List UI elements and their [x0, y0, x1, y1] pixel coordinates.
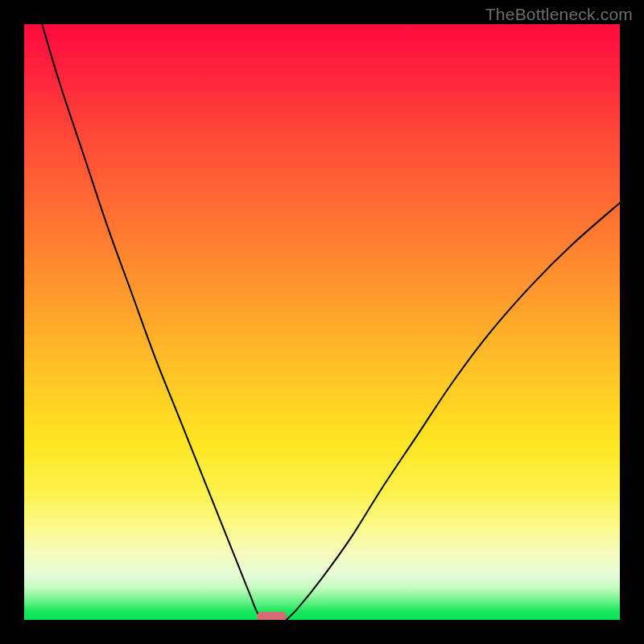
optimal-range-marker	[257, 612, 287, 620]
curve-left-branch	[42, 24, 262, 620]
bottleneck-curve	[24, 24, 620, 620]
watermark-text: TheBottleneck.com	[485, 5, 633, 24]
plot-area	[24, 24, 620, 620]
curve-right-branch	[287, 203, 620, 620]
chart-frame: TheBottleneck.com	[0, 0, 644, 644]
